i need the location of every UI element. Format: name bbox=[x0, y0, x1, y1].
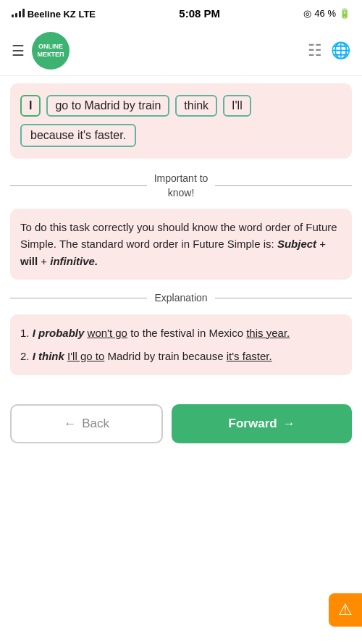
logo: ONLINE МЕКТЕП bbox=[32, 32, 70, 70]
exp2-rest1: Madrid by train because bbox=[107, 350, 226, 362]
top-nav: ☰ ONLINE МЕКТЕП ☷ 🌐 bbox=[0, 26, 362, 76]
phrase-tag-because[interactable]: because it's faster. bbox=[20, 124, 136, 147]
status-bar: Beeline KZ LTE 5:08 PM ◎ 46 % 🔋 bbox=[0, 0, 362, 26]
important-divider: Important toknow! bbox=[10, 172, 352, 200]
back-button[interactable]: ← Back bbox=[10, 404, 163, 443]
word-tag-ill[interactable]: I'll bbox=[223, 95, 251, 117]
explanation-box: 1. I probably won't go to the festival i… bbox=[10, 314, 352, 375]
battery-icon: 🔋 bbox=[339, 8, 350, 19]
warning-badge[interactable]: ⚠ bbox=[329, 593, 362, 627]
exp1-underline1: won't go bbox=[88, 327, 127, 339]
nav-right: ☷ 🌐 bbox=[308, 41, 350, 60]
exp1-num: 1. bbox=[20, 327, 33, 339]
answer-box: I go to Madrid by train think I'll becau… bbox=[10, 83, 352, 159]
signal-icon bbox=[12, 7, 25, 17]
exp2-bold: I think bbox=[33, 350, 64, 362]
exp-divider-line-left bbox=[10, 298, 147, 298]
info-text: To do this task correctly you should kno… bbox=[20, 221, 337, 267]
divider-line-right bbox=[215, 185, 352, 186]
globe-icon[interactable]: 🌐 bbox=[331, 41, 350, 60]
exp1-underline2: this year. bbox=[246, 327, 290, 339]
explanation-item-1: 1. I probably won't go to the festival i… bbox=[20, 325, 342, 342]
list-icon[interactable]: ☷ bbox=[308, 41, 322, 60]
exp1-rest1: to the festival in Mexico bbox=[130, 327, 246, 339]
battery-text: 46 % bbox=[314, 8, 336, 19]
answer-words-row2: because it's faster. bbox=[20, 124, 342, 147]
exp2-num: 2. bbox=[20, 350, 33, 362]
forward-arrow-icon: → bbox=[283, 417, 295, 431]
explanation-item-2: 2. I think I'll go to Madrid by train be… bbox=[20, 348, 342, 365]
explanation-divider: Explanation bbox=[10, 291, 352, 306]
exp2-underline2: it's faster. bbox=[227, 350, 272, 362]
info-box: To do this task correctly you should kno… bbox=[10, 209, 352, 280]
warning-icon: ⚠ bbox=[338, 601, 353, 619]
carrier-text: Beeline KZ LTE bbox=[12, 7, 96, 20]
exp1-bold: I probably bbox=[33, 327, 85, 339]
back-label: Back bbox=[82, 417, 109, 431]
forward-button[interactable]: Forward → bbox=[172, 404, 352, 443]
explanation-title: Explanation bbox=[154, 291, 207, 306]
important-title: Important toknow! bbox=[154, 172, 209, 200]
main-content: I go to Madrid by train think I'll becau… bbox=[0, 76, 362, 397]
location-icon: ◎ bbox=[303, 8, 311, 19]
bottom-buttons: ← Back Forward → bbox=[0, 397, 362, 458]
exp-divider-line-right bbox=[215, 298, 352, 298]
exp2-underline1: I'll go to bbox=[67, 350, 104, 362]
word-tag-i[interactable]: I bbox=[20, 95, 41, 117]
answer-words-row1: I go to Madrid by train think I'll bbox=[20, 95, 342, 117]
divider-line-left bbox=[10, 185, 147, 186]
battery-area: ◎ 46 % 🔋 bbox=[303, 8, 350, 19]
time-display: 5:08 PM bbox=[179, 7, 220, 20]
hamburger-icon[interactable]: ☰ bbox=[12, 42, 25, 59]
word-tag-go[interactable]: go to Madrid by train bbox=[46, 95, 169, 117]
forward-label: Forward bbox=[229, 417, 277, 431]
nav-left: ☰ ONLINE МЕКТЕП bbox=[12, 32, 70, 70]
word-tag-think[interactable]: think bbox=[175, 95, 217, 117]
back-arrow-icon: ← bbox=[64, 417, 76, 431]
